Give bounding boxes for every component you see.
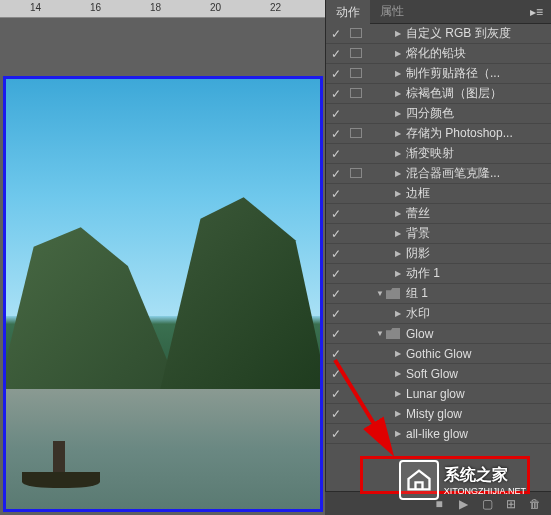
action-item[interactable]: ✓▶Lunar glow — [326, 384, 551, 404]
action-label: 棕褐色调（图层） — [404, 85, 551, 102]
action-item[interactable]: ✓▶阴影 — [326, 244, 551, 264]
action-label: 熔化的铅块 — [404, 45, 551, 62]
chevron-right-icon[interactable]: ▶ — [392, 69, 404, 78]
checkmark-icon[interactable]: ✓ — [326, 167, 346, 181]
chevron-right-icon[interactable]: ▶ — [392, 89, 404, 98]
checkmark-icon[interactable]: ✓ — [326, 147, 346, 161]
chevron-right-icon[interactable]: ▶ — [392, 309, 404, 318]
checkmark-icon[interactable]: ✓ — [326, 107, 346, 121]
action-item[interactable]: ✓▶水印 — [326, 304, 551, 324]
action-label: Soft Glow — [404, 367, 551, 381]
watermark: 系统之家 XITONGZHIJIA.NET — [399, 460, 526, 500]
dialog-toggle-icon[interactable] — [346, 167, 366, 181]
action-item[interactable]: ✓▶自定义 RGB 到灰度 — [326, 24, 551, 44]
checkmark-icon[interactable]: ✓ — [326, 307, 346, 321]
checkmark-icon[interactable]: ✓ — [326, 67, 346, 81]
delete-button[interactable]: 🗑 — [527, 496, 543, 512]
checkmark-icon[interactable]: ✓ — [326, 27, 346, 41]
checkmark-icon[interactable]: ✓ — [326, 407, 346, 421]
action-label: 组 1 — [404, 285, 551, 302]
ruler-tick: 18 — [150, 2, 161, 13]
chevron-right-icon[interactable]: ▶ — [392, 149, 404, 158]
dialog-toggle-icon[interactable] — [346, 27, 366, 41]
checkmark-icon[interactable]: ✓ — [326, 127, 346, 141]
action-item[interactable]: ✓▶蕾丝 — [326, 204, 551, 224]
action-label: 蕾丝 — [404, 205, 551, 222]
action-item[interactable]: ✓▶棕褐色调（图层） — [326, 84, 551, 104]
action-item[interactable]: ✓▶all-like glow — [326, 424, 551, 444]
chevron-right-icon[interactable]: ▶ — [392, 209, 404, 218]
checkmark-icon[interactable]: ✓ — [326, 347, 346, 361]
checkmark-icon[interactable]: ✓ — [326, 247, 346, 261]
checkmark-icon[interactable]: ✓ — [326, 227, 346, 241]
chevron-right-icon[interactable]: ▶ — [392, 369, 404, 378]
chevron-right-icon[interactable]: ▶ — [392, 249, 404, 258]
checkmark-icon[interactable]: ✓ — [326, 267, 346, 281]
chevron-right-icon[interactable]: ▶ — [392, 229, 404, 238]
action-label: 存储为 Photoshop... — [404, 125, 551, 142]
action-list[interactable]: ✓▶自定义 RGB 到灰度✓▶熔化的铅块✓▶制作剪贴路径（...✓▶棕褐色调（图… — [326, 24, 551, 491]
chevron-right-icon[interactable]: ▶ — [392, 269, 404, 278]
folder-icon — [386, 288, 400, 299]
action-item[interactable]: ✓▶存储为 Photoshop... — [326, 124, 551, 144]
chevron-right-icon[interactable]: ▶ — [392, 109, 404, 118]
checkmark-icon[interactable]: ✓ — [326, 327, 346, 341]
action-label: 自定义 RGB 到灰度 — [404, 25, 551, 42]
action-item[interactable]: ✓▶Misty glow — [326, 404, 551, 424]
chevron-right-icon[interactable]: ▶ — [392, 409, 404, 418]
chevron-down-icon[interactable]: ▼ — [374, 289, 386, 298]
checkmark-icon[interactable]: ✓ — [326, 87, 346, 101]
panel-tabs: 动作 属性 ▸≡ — [326, 0, 551, 24]
chevron-right-icon[interactable]: ▶ — [392, 129, 404, 138]
action-item[interactable]: ✓▶Gothic Glow — [326, 344, 551, 364]
action-label: 四分颜色 — [404, 105, 551, 122]
ruler-tick: 14 — [30, 2, 41, 13]
action-item[interactable]: ✓▶背景 — [326, 224, 551, 244]
document-image[interactable] — [3, 76, 323, 512]
action-item[interactable]: ✓▶四分颜色 — [326, 104, 551, 124]
watermark-subtext: XITONGZHIJIA.NET — [444, 486, 526, 496]
action-item[interactable]: ✓▶Soft Glow — [326, 364, 551, 384]
chevron-down-icon[interactable]: ▼ — [374, 329, 386, 338]
dialog-toggle-icon[interactable] — [346, 127, 366, 141]
checkmark-icon[interactable]: ✓ — [326, 387, 346, 401]
checkmark-icon[interactable]: ✓ — [326, 187, 346, 201]
checkmark-icon[interactable]: ✓ — [326, 427, 346, 441]
action-item[interactable]: ✓▶渐变映射 — [326, 144, 551, 164]
ruler-tick: 16 — [90, 2, 101, 13]
action-item[interactable]: ✓▶混合器画笔克隆... — [326, 164, 551, 184]
action-item[interactable]: ✓▼组 1 — [326, 284, 551, 304]
action-item[interactable]: ✓▶动作 1 — [326, 264, 551, 284]
chevron-right-icon[interactable]: ▶ — [392, 429, 404, 438]
chevron-right-icon[interactable]: ▶ — [392, 349, 404, 358]
action-item[interactable]: ✓▶熔化的铅块 — [326, 44, 551, 64]
action-label: Lunar glow — [404, 387, 551, 401]
dialog-toggle-icon[interactable] — [346, 67, 366, 81]
ruler-horizontal: 14 16 18 20 22 — [0, 0, 325, 18]
canvas-area[interactable] — [0, 18, 325, 515]
action-item[interactable]: ✓▶制作剪贴路径（... — [326, 64, 551, 84]
chevron-right-icon[interactable]: ▶ — [392, 189, 404, 198]
folder-icon — [386, 328, 400, 339]
tab-properties[interactable]: 属性 — [370, 0, 414, 24]
chevron-right-icon[interactable]: ▶ — [392, 29, 404, 38]
action-label: 水印 — [404, 305, 551, 322]
action-label: Glow — [404, 327, 551, 341]
checkmark-icon[interactable]: ✓ — [326, 47, 346, 61]
dialog-toggle-icon[interactable] — [346, 47, 366, 61]
action-label: 边框 — [404, 185, 551, 202]
action-item[interactable]: ✓▶边框 — [326, 184, 551, 204]
watermark-icon — [399, 460, 439, 500]
panel-menu-icon[interactable]: ▸≡ — [522, 1, 551, 23]
action-label: 背景 — [404, 225, 551, 242]
dialog-toggle-icon[interactable] — [346, 87, 366, 101]
checkmark-icon[interactable]: ✓ — [326, 287, 346, 301]
tab-actions[interactable]: 动作 — [326, 0, 370, 25]
checkmark-icon[interactable]: ✓ — [326, 367, 346, 381]
action-item[interactable]: ✓▼Glow — [326, 324, 551, 344]
chevron-right-icon[interactable]: ▶ — [392, 49, 404, 58]
checkmark-icon[interactable]: ✓ — [326, 207, 346, 221]
action-label: 渐变映射 — [404, 145, 551, 162]
chevron-right-icon[interactable]: ▶ — [392, 389, 404, 398]
chevron-right-icon[interactable]: ▶ — [392, 169, 404, 178]
